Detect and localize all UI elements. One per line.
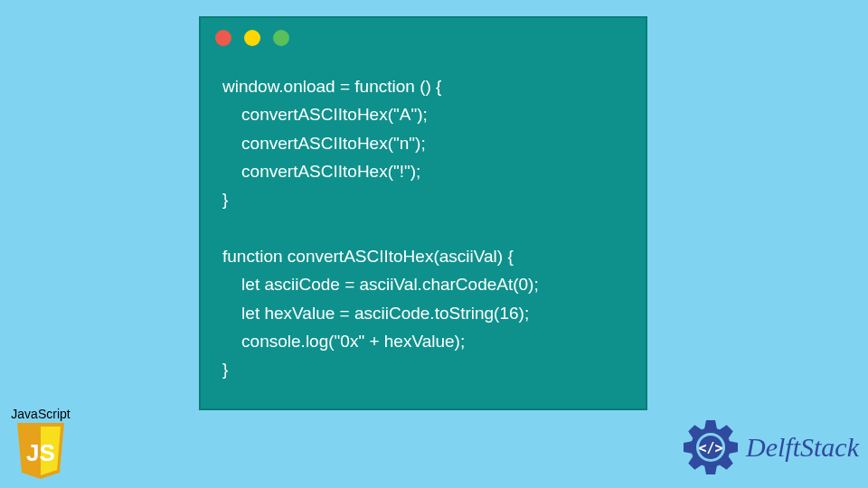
window-titlebar <box>201 18 646 58</box>
javascript-shield-icon: JS <box>15 423 66 479</box>
javascript-badge: JavaScript JS <box>5 407 77 479</box>
window-minimize-icon <box>244 30 260 46</box>
window-maximize-icon <box>273 30 289 46</box>
svg-text:</>: </> <box>699 440 723 456</box>
delftstack-gear-icon: </> <box>681 418 741 477</box>
delftstack-brand-text: DelftStack <box>746 432 859 463</box>
code-window: window.onload = function () { convertASC… <box>199 16 647 410</box>
delftstack-logo: </> DelftStack <box>681 418 859 477</box>
js-shield-text: JS <box>26 439 55 466</box>
code-block: window.onload = function () { convertASC… <box>201 58 646 384</box>
window-close-icon <box>215 30 231 46</box>
javascript-label: JavaScript <box>5 407 77 421</box>
